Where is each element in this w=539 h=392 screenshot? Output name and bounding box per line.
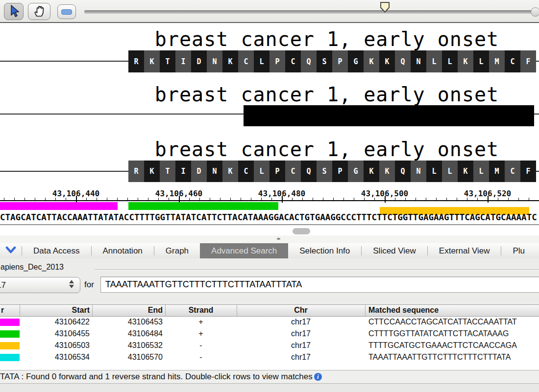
tab-selection-info[interactable]: Selection Info — [288, 243, 361, 258]
amino-residue[interactable]: K — [222, 50, 238, 72]
tab-graph[interactable]: Graph — [154, 243, 200, 258]
amino-residue[interactable]: F — [520, 50, 536, 72]
cell-strand: + — [165, 329, 237, 338]
amino-residue[interactable]: D — [191, 161, 207, 182]
amino-residue[interactable]: C — [285, 161, 301, 182]
chromosome-select-value: 17 — [0, 280, 6, 290]
info-icon[interactable]: i — [314, 373, 322, 381]
amino-residue[interactable]: L — [473, 161, 489, 182]
ruler-minor-tick — [364, 198, 365, 200]
amino-residue[interactable]: L — [426, 161, 442, 182]
amino-residue[interactable]: R — [128, 161, 144, 182]
ruler-minor-tick — [138, 198, 138, 200]
amino-residue[interactable]: G — [348, 50, 364, 72]
amino-residue[interactable]: P — [270, 50, 285, 72]
column-header[interactable]: Chr — [237, 306, 365, 315]
select-tool-button[interactable] — [4, 3, 24, 20]
amino-residue[interactable]: F — [520, 161, 536, 182]
amino-residue[interactable]: K — [222, 161, 238, 182]
amino-residue[interactable]: P — [332, 50, 348, 72]
table-row[interactable]: 4310645543106484+chr17CTTTTGGTTATATCATTC… — [0, 328, 539, 340]
tab-advanced-search[interactable]: Advanced Search — [200, 243, 288, 258]
amino-residue[interactable]: D — [191, 50, 207, 72]
tab-external-view[interactable]: External View — [428, 243, 501, 258]
amino-residue[interactable]: N — [207, 161, 222, 182]
zoom-slider-track[interactable] — [84, 10, 539, 14]
amino-residue[interactable]: G — [348, 161, 364, 182]
amino-acid-track[interactable]: RKTIDNKCLPCQSPGKKQNLLKLMCF — [128, 161, 536, 182]
chromosome-select[interactable]: 17 — [0, 277, 80, 293]
group-box-line — [95, 269, 539, 270]
amino-residue[interactable]: L — [254, 50, 270, 72]
table-row[interactable]: 4310653443106570-chr17TAAATTAAATTGTTCTTT… — [0, 352, 539, 364]
search-query-input[interactable] — [100, 277, 539, 293]
column-header[interactable]: Start — [20, 306, 90, 315]
gene-exon-block[interactable] — [244, 105, 534, 126]
amino-residue[interactable]: Q — [301, 161, 317, 182]
amino-residue[interactable]: P — [270, 161, 285, 182]
table-row[interactable]: 4310642243106453+chr17CTTCCAACCTAGCATCAT… — [0, 317, 539, 328]
tab-list-button[interactable] — [0, 243, 22, 258]
amino-residue[interactable]: S — [317, 50, 332, 72]
amino-residue[interactable]: C — [238, 161, 254, 182]
tab-data-access[interactable]: Data Access — [22, 243, 91, 258]
amino-residue[interactable]: T — [160, 161, 175, 182]
amino-residue[interactable]: C — [505, 161, 520, 182]
amino-residue[interactable]: K — [458, 161, 473, 182]
amino-residue[interactable]: Q — [395, 161, 411, 182]
tab-annotation[interactable]: Annotation — [92, 243, 154, 258]
amino-residue[interactable]: I — [175, 50, 191, 72]
amino-residue[interactable]: T — [160, 50, 175, 72]
column-header[interactable]: r — [1, 306, 19, 315]
results-table-header[interactable]: rStartEndStrandChrMatched sequence — [0, 304, 539, 317]
track-line — [534, 114, 539, 115]
amino-residue[interactable]: Q — [395, 50, 411, 72]
splitter-handle[interactable] — [293, 228, 310, 234]
amino-acid-track[interactable]: RKTIDNKCLPCQSPGKKQNLLKLMCF — [128, 50, 536, 72]
table-row[interactable]: 4310650343106532-chr17TTTTGCATGCTGAAACTT… — [0, 340, 539, 352]
amino-residue[interactable]: M — [489, 50, 505, 72]
amino-residue[interactable]: Q — [301, 50, 317, 72]
amino-residue[interactable]: K — [144, 161, 160, 182]
amino-residue[interactable]: M — [489, 161, 505, 182]
ruler-minor-tick — [66, 198, 66, 200]
cell-start: 43106534 — [20, 353, 90, 362]
amino-residue[interactable]: C — [238, 50, 254, 72]
amino-residue[interactable]: L — [473, 50, 489, 72]
amino-residue[interactable]: K — [379, 50, 395, 72]
gene-title: breast cancer 1, early onset — [155, 138, 499, 161]
cell-chr: chr17 — [237, 353, 365, 362]
zoom-slider-thumb[interactable] — [379, 1, 391, 16]
dna-sequence[interactable]: CTAGCATCATTACCAAATTATATACCTTTTGGTTATATCA… — [0, 211, 539, 224]
amino-residue[interactable]: N — [411, 161, 426, 182]
amino-residue[interactable]: I — [175, 161, 191, 182]
amino-residue[interactable]: S — [317, 161, 332, 182]
tab-plu[interactable]: Plu — [501, 243, 536, 258]
amino-residue[interactable]: L — [442, 50, 458, 72]
amino-residue[interactable]: L — [426, 50, 442, 72]
amino-residue[interactable]: P — [332, 161, 348, 182]
amino-residue[interactable]: K — [458, 50, 473, 72]
tab-sliced-view[interactable]: Sliced View — [362, 243, 427, 258]
ruler-minor-tick — [169, 198, 169, 200]
amino-residue[interactable]: L — [254, 161, 270, 182]
amino-residue[interactable]: K — [364, 161, 379, 182]
column-header[interactable]: End — [92, 306, 163, 315]
amino-residue[interactable]: R — [128, 50, 144, 72]
amino-residue[interactable]: K — [144, 50, 160, 72]
column-header[interactable]: Matched sequence — [368, 306, 539, 315]
pan-tool-button[interactable] — [28, 3, 50, 20]
amino-residue[interactable]: N — [207, 50, 222, 72]
amino-residue[interactable]: C — [505, 50, 520, 72]
amino-residue[interactable]: K — [379, 161, 395, 182]
column-header[interactable]: Strand — [165, 306, 237, 315]
amino-residue[interactable]: K — [364, 50, 379, 72]
amino-residue[interactable]: C — [285, 50, 301, 72]
ruler-minor-tick — [86, 198, 87, 200]
amino-residue[interactable]: N — [411, 50, 426, 72]
ruler-minor-tick — [292, 198, 293, 200]
ruler-minor-tick — [220, 198, 220, 200]
amino-residue[interactable]: L — [442, 161, 458, 182]
ruler-minor-tick — [529, 198, 529, 200]
zoom-out-button[interactable] — [57, 4, 76, 19]
